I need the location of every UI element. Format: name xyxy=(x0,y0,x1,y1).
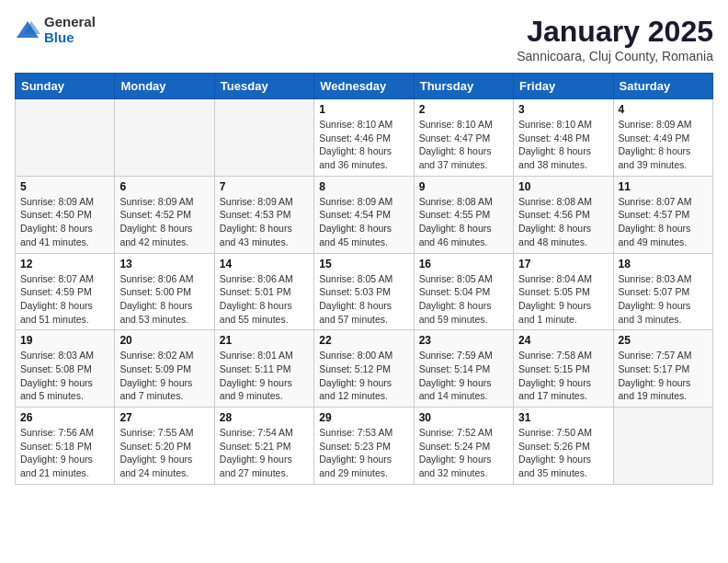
calendar-cell: 24Sunrise: 7:58 AMSunset: 5:15 PMDayligh… xyxy=(514,330,613,408)
calendar-cell: 17Sunrise: 8:04 AMSunset: 5:05 PMDayligh… xyxy=(514,253,613,330)
calendar-cell: 20Sunrise: 8:02 AMSunset: 5:09 PMDayligh… xyxy=(115,330,214,408)
day-info: Sunrise: 7:59 AMSunset: 5:14 PMDaylight:… xyxy=(419,349,508,403)
day-info: Sunrise: 8:07 AMSunset: 4:57 PMDaylight:… xyxy=(619,195,708,249)
day-info: Sunrise: 8:05 AMSunset: 5:03 PMDaylight:… xyxy=(319,272,408,327)
header-day-saturday: Saturday xyxy=(613,74,712,99)
calendar-week-row: 5Sunrise: 8:09 AMSunset: 4:50 PMDaylight… xyxy=(16,176,713,253)
calendar-cell: 2Sunrise: 8:10 AMSunset: 4:47 PMDaylight… xyxy=(414,99,513,177)
day-info: Sunrise: 8:07 AMSunset: 4:59 PMDaylight:… xyxy=(20,272,109,327)
day-number: 30 xyxy=(419,411,508,424)
calendar-cell: 25Sunrise: 7:57 AMSunset: 5:17 PMDayligh… xyxy=(613,330,712,408)
day-info: Sunrise: 8:06 AMSunset: 5:01 PMDaylight:… xyxy=(220,272,309,327)
day-info: Sunrise: 8:10 AMSunset: 4:48 PMDaylight:… xyxy=(518,118,608,172)
calendar-cell: 21Sunrise: 8:01 AMSunset: 5:11 PMDayligh… xyxy=(214,330,313,408)
day-number: 2 xyxy=(419,103,508,116)
day-info: Sunrise: 8:04 AMSunset: 5:05 PMDaylight:… xyxy=(518,272,608,327)
calendar-cell: 10Sunrise: 8:08 AMSunset: 4:56 PMDayligh… xyxy=(514,176,613,253)
day-info: Sunrise: 8:01 AMSunset: 5:11 PMDaylight:… xyxy=(220,349,309,403)
calendar-cell xyxy=(613,408,712,485)
header-day-monday: Monday xyxy=(115,74,214,99)
day-number: 19 xyxy=(20,334,109,347)
calendar-cell xyxy=(115,99,214,177)
calendar-week-row: 26Sunrise: 7:56 AMSunset: 5:18 PMDayligh… xyxy=(16,408,713,485)
calendar-table: SundayMondayTuesdayWednesdayThursdayFrid… xyxy=(15,73,713,485)
day-number: 28 xyxy=(220,411,309,424)
calendar-cell: 22Sunrise: 8:00 AMSunset: 5:12 PMDayligh… xyxy=(314,330,414,408)
day-info: Sunrise: 7:50 AMSunset: 5:26 PMDaylight:… xyxy=(518,426,608,480)
logo: General Blue xyxy=(15,15,96,45)
day-number: 23 xyxy=(419,334,508,347)
calendar-cell: 28Sunrise: 7:54 AMSunset: 5:21 PMDayligh… xyxy=(214,408,313,485)
calendar-cell: 27Sunrise: 7:55 AMSunset: 5:20 PMDayligh… xyxy=(115,408,214,485)
header-day-thursday: Thursday xyxy=(414,74,513,99)
calendar-cell: 19Sunrise: 8:03 AMSunset: 5:08 PMDayligh… xyxy=(16,330,115,408)
day-info: Sunrise: 8:09 AMSunset: 4:54 PMDaylight:… xyxy=(319,195,408,249)
calendar-cell: 23Sunrise: 7:59 AMSunset: 5:14 PMDayligh… xyxy=(414,330,513,408)
day-number: 11 xyxy=(619,180,708,193)
calendar-week-row: 19Sunrise: 8:03 AMSunset: 5:08 PMDayligh… xyxy=(16,330,713,408)
day-number: 20 xyxy=(119,334,209,347)
day-number: 31 xyxy=(518,411,608,424)
calendar-header-row: SundayMondayTuesdayWednesdayThursdayFrid… xyxy=(16,74,713,99)
day-number: 27 xyxy=(119,411,209,424)
day-info: Sunrise: 8:09 AMSunset: 4:49 PMDaylight:… xyxy=(619,118,708,172)
calendar-week-row: 12Sunrise: 8:07 AMSunset: 4:59 PMDayligh… xyxy=(16,253,713,330)
day-number: 16 xyxy=(419,258,508,270)
calendar-cell: 8Sunrise: 8:09 AMSunset: 4:54 PMDaylight… xyxy=(314,176,414,253)
calendar-cell xyxy=(16,99,115,177)
day-number: 8 xyxy=(319,180,408,193)
calendar-cell xyxy=(214,99,313,177)
header-day-friday: Friday xyxy=(514,74,613,99)
day-info: Sunrise: 7:56 AMSunset: 5:18 PMDaylight:… xyxy=(20,426,109,480)
header-day-sunday: Sunday xyxy=(16,74,115,99)
calendar-cell: 30Sunrise: 7:52 AMSunset: 5:24 PMDayligh… xyxy=(414,408,513,485)
day-number: 4 xyxy=(619,103,708,116)
day-info: Sunrise: 7:57 AMSunset: 5:17 PMDaylight:… xyxy=(619,349,708,403)
calendar-cell: 26Sunrise: 7:56 AMSunset: 5:18 PMDayligh… xyxy=(16,408,115,485)
day-number: 15 xyxy=(319,258,408,270)
day-number: 3 xyxy=(518,103,608,116)
title-section: January 2025 Sannicoara, Cluj County, Ro… xyxy=(517,15,713,63)
calendar-cell: 18Sunrise: 8:03 AMSunset: 5:07 PMDayligh… xyxy=(613,253,712,330)
calendar-cell: 9Sunrise: 8:08 AMSunset: 4:55 PMDaylight… xyxy=(414,176,513,253)
day-number: 1 xyxy=(319,103,408,116)
day-number: 22 xyxy=(319,334,408,347)
day-number: 6 xyxy=(119,180,209,193)
calendar-cell: 13Sunrise: 8:06 AMSunset: 5:00 PMDayligh… xyxy=(115,253,214,330)
day-number: 12 xyxy=(20,258,109,270)
day-number: 7 xyxy=(220,180,309,193)
day-number: 14 xyxy=(220,258,309,270)
day-info: Sunrise: 7:54 AMSunset: 5:21 PMDaylight:… xyxy=(220,426,309,480)
day-info: Sunrise: 8:05 AMSunset: 5:04 PMDaylight:… xyxy=(419,272,508,327)
calendar-subtitle: Sannicoara, Cluj County, Romania xyxy=(517,49,713,63)
calendar-cell: 31Sunrise: 7:50 AMSunset: 5:26 PMDayligh… xyxy=(514,408,613,485)
calendar-title: January 2025 xyxy=(517,15,713,49)
calendar-cell: 15Sunrise: 8:05 AMSunset: 5:03 PMDayligh… xyxy=(314,253,414,330)
page-header: General Blue January 2025 Sannicoara, Cl… xyxy=(15,15,713,63)
calendar-week-row: 1Sunrise: 8:10 AMSunset: 4:46 PMDaylight… xyxy=(16,99,713,177)
logo-blue-text: Blue xyxy=(44,30,96,46)
calendar-cell: 3Sunrise: 8:10 AMSunset: 4:48 PMDaylight… xyxy=(514,99,613,177)
day-info: Sunrise: 8:10 AMSunset: 4:47 PMDaylight:… xyxy=(419,118,508,172)
day-number: 25 xyxy=(619,334,708,347)
calendar-cell: 5Sunrise: 8:09 AMSunset: 4:50 PMDaylight… xyxy=(16,176,115,253)
day-info: Sunrise: 8:03 AMSunset: 5:07 PMDaylight:… xyxy=(619,272,708,327)
day-number: 17 xyxy=(518,258,608,270)
day-number: 26 xyxy=(20,411,109,424)
day-number: 21 xyxy=(220,334,309,347)
day-info: Sunrise: 8:02 AMSunset: 5:09 PMDaylight:… xyxy=(119,349,209,403)
day-number: 18 xyxy=(619,258,708,270)
logo-text: General Blue xyxy=(44,15,96,45)
calendar-cell: 1Sunrise: 8:10 AMSunset: 4:46 PMDaylight… xyxy=(314,99,414,177)
day-info: Sunrise: 8:10 AMSunset: 4:46 PMDaylight:… xyxy=(319,118,408,172)
day-info: Sunrise: 8:09 AMSunset: 4:53 PMDaylight:… xyxy=(220,195,309,249)
day-info: Sunrise: 7:55 AMSunset: 5:20 PMDaylight:… xyxy=(119,426,209,480)
day-info: Sunrise: 7:58 AMSunset: 5:15 PMDaylight:… xyxy=(518,349,608,403)
day-number: 29 xyxy=(319,411,408,424)
day-info: Sunrise: 8:00 AMSunset: 5:12 PMDaylight:… xyxy=(319,349,408,403)
day-number: 5 xyxy=(20,180,109,193)
calendar-cell: 7Sunrise: 8:09 AMSunset: 4:53 PMDaylight… xyxy=(214,176,313,253)
calendar-cell: 4Sunrise: 8:09 AMSunset: 4:49 PMDaylight… xyxy=(613,99,712,177)
header-day-wednesday: Wednesday xyxy=(314,74,414,99)
day-number: 13 xyxy=(119,258,209,270)
